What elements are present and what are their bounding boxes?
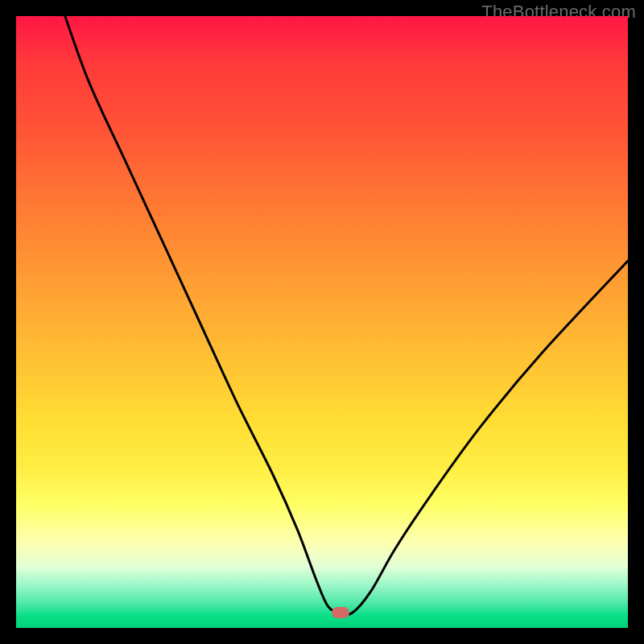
optimum-marker [332, 607, 349, 618]
plot-area [16, 16, 628, 628]
chart-frame: TheBottleneck.com [0, 0, 644, 644]
bottleneck-curve [16, 16, 628, 628]
